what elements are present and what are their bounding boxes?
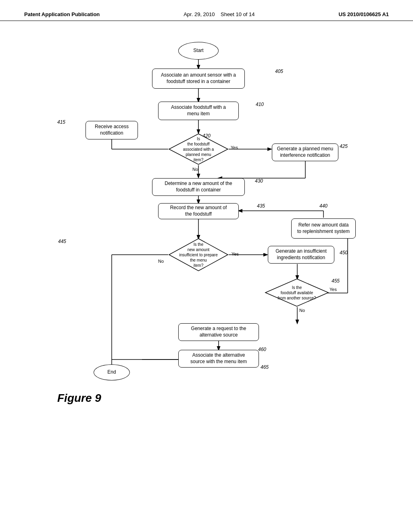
yes-420: Yes — [231, 145, 238, 150]
ref-455: 455 — [332, 278, 340, 284]
node-435: Record the new amount of the foodstuff — [158, 203, 239, 219]
page: Patent Application Publication Apr. 29, … — [0, 0, 413, 532]
figure-label: Figure 9 — [57, 392, 101, 405]
ref-450: 450 — [340, 250, 348, 256]
node-410: Associate foodstuff with a menu item — [158, 102, 239, 120]
ref-460: 460 — [258, 347, 266, 352]
node-415: Receive access notification — [86, 121, 138, 139]
node-445-label: Is the new amount insufficient to prepar… — [168, 238, 229, 272]
ref-465: 465 — [261, 364, 269, 370]
node-460: Generate a request to the alternative so… — [178, 323, 259, 341]
node-420-label: Is the foodstuff associated with a plann… — [168, 133, 229, 165]
header-right: US 2010/0106625 A1 — [338, 11, 389, 17]
no-455: No — [299, 308, 305, 313]
header-center: Apr. 29, 2010 Sheet 10 of 14 — [184, 11, 254, 17]
yes-455: Yes — [330, 287, 337, 292]
ref-415: 415 — [57, 119, 65, 125]
ref-440-label: 440 — [319, 203, 327, 209]
header-left: Patent Application Publication — [24, 11, 100, 17]
ref-445: 445 — [58, 239, 66, 244]
no-420: No — [192, 167, 198, 172]
ref-425: 425 — [340, 143, 348, 149]
node-450: Generate an insufficient ingredients not… — [268, 246, 334, 264]
node-405: Associate an amount sensor with a foodst… — [152, 69, 245, 89]
node-455-label: Is the foodstuff available from another … — [265, 278, 329, 307]
end-node: End — [94, 364, 130, 380]
ref-430: 430 — [255, 178, 263, 184]
flowchart-diagram: Start 405 Associate an amount sensor wit… — [25, 21, 388, 513]
no-445: No — [158, 259, 164, 264]
yes-445: Yes — [232, 251, 239, 256]
ref-410: 410 — [256, 102, 264, 107]
ref-405: 405 — [275, 69, 283, 74]
node-425: Generate a planned menu interference not… — [272, 143, 338, 161]
start-node: Start — [178, 42, 219, 60]
ref-435: 435 — [257, 203, 265, 209]
node-440: Refer new amount data to replenishment s… — [291, 218, 356, 239]
node-430: Determine a new amount of the foodstuff … — [152, 178, 245, 196]
page-header: Patent Application Publication Apr. 29, … — [0, 0, 413, 21]
node-465: Associate the alternative source with th… — [178, 350, 259, 368]
